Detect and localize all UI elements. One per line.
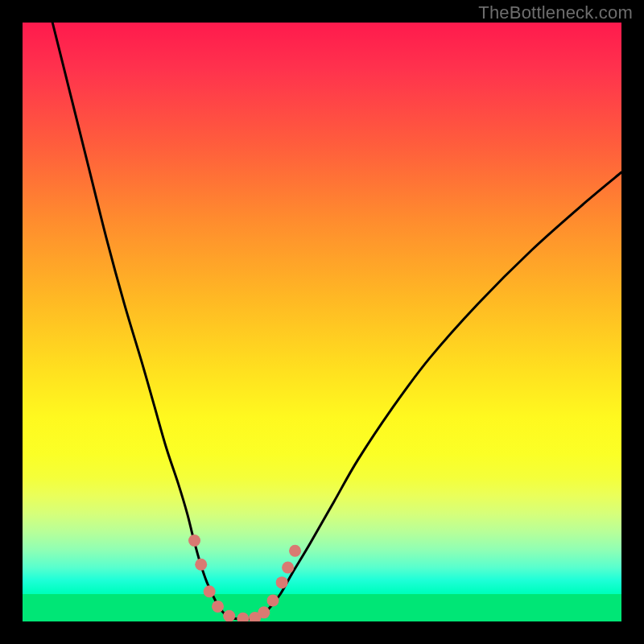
curve-dot <box>204 585 216 597</box>
curve-dot <box>289 545 301 557</box>
curve-dot <box>195 559 207 571</box>
chart-frame: TheBottleneck.com <box>0 0 644 644</box>
curve-dot <box>276 576 288 588</box>
curve-dot <box>237 613 249 621</box>
curve-dot <box>282 562 294 574</box>
curve-dot <box>188 535 200 547</box>
curve-dot <box>223 610 235 621</box>
curve-dot <box>258 606 270 618</box>
plot-area <box>23 23 621 621</box>
watermark-text: TheBottleneck.com <box>478 2 633 23</box>
curve-dot <box>266 594 279 606</box>
bottleneck-curve <box>52 23 621 619</box>
curve-dot <box>212 601 224 613</box>
v-curve-path <box>52 23 621 619</box>
curve-layer <box>23 23 621 621</box>
